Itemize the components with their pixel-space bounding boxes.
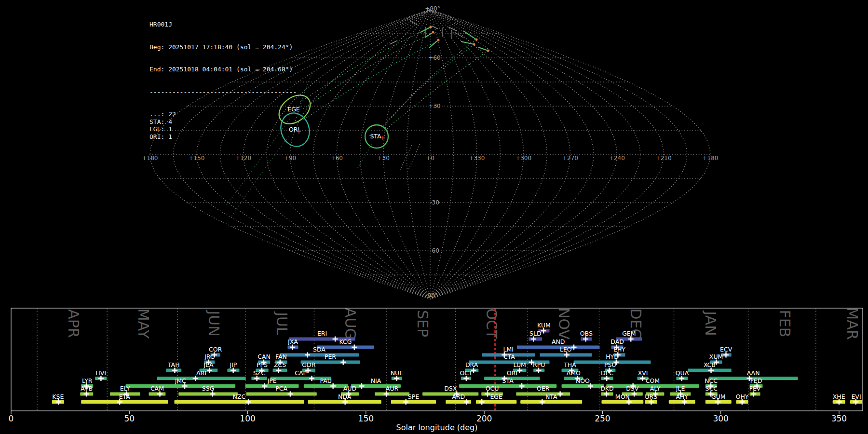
shower-label: LEO [560,346,572,353]
shower-peak-marker [463,376,469,381]
shower-peak-marker [193,376,198,381]
separator-line: --------------------------------------- [149,88,297,96]
shower-label: XCB [704,361,716,368]
shower-bar [562,384,604,388]
shower-count-list: ...: 22STA: 4EGE: 1ORI: 1 [149,110,297,140]
shower-label: NZC [233,393,246,400]
shower-label: PAU [320,377,331,384]
shower-label: AVB [81,385,93,392]
shower-label: OBS [580,330,593,337]
shower-peak-marker [604,392,609,397]
shower-label: GUM [711,393,726,400]
month-label: JUN [205,310,222,336]
shower-label: XHE [833,393,845,400]
ecliptic-segment [400,144,412,170]
shower-peak-marker [117,399,122,405]
shower-label: PCA [275,385,287,392]
pole-bottom-label: -90° [425,292,438,299]
shower-label: SLD [529,330,542,337]
shower-label: KUM [537,322,551,329]
meteor-endpoint [487,50,489,52]
shower-label: FAN [275,353,287,360]
shower-label: THA [563,361,576,368]
shower-peak-marker [333,337,338,342]
shower-peak-marker [679,376,684,381]
month-label: FEB [776,310,793,338]
shower-label: LUM [514,361,526,368]
longitude-label: +90 [284,155,296,162]
shower-peak-marker [56,399,61,405]
shower-label: DSV [626,385,639,392]
shower-label: JEA [203,361,214,368]
shower-label: EHY [613,346,625,353]
shower-label: ETA [119,393,131,400]
shower-label: CAN [258,353,271,360]
constellation-segment [455,32,463,38]
longitude-label: +30 [378,155,390,162]
shower-label: NDA [338,393,352,400]
shower-label: COM [646,377,660,384]
activity-timeline-chart: APRMAYJUNJULAUGSEPOCTNOVDECJANFEBMARKUME… [9,307,863,423]
x-tick-label: 350 [831,414,847,423]
shower-bar [81,400,168,404]
shower-label: DAD [610,338,624,345]
shower-label: ALY [650,385,661,392]
shower-peak-marker [541,328,546,334]
month-label: MAR [844,307,861,339]
shower-peak-marker [485,392,490,397]
shower-label: PER [325,353,336,360]
shower-bar [245,384,299,388]
shower-peak-marker [305,353,310,358]
meteor-segment [478,47,488,51]
meteor-trail [386,51,488,129]
shower-bar [280,353,359,357]
shower-label: DRA [465,361,478,368]
shower-bar [246,393,317,396]
shower-peak-marker [207,368,212,373]
shower-label: KCG [339,338,352,345]
meteor-trail [304,41,438,120]
meteor-endpoint [437,39,440,41]
shower-bar [375,393,409,396]
shower-label: JPE [267,377,277,384]
shower-peak-marker [836,399,841,405]
shower-peak-marker [182,383,188,389]
latitude-label: +60 [428,54,440,61]
pole-top-label: +90° [425,5,440,12]
shower-label: EGE [490,393,502,400]
x-tick-label: 300 [713,414,728,423]
shower-label: ARI [196,369,206,377]
shower-bar [157,377,245,380]
shower-peak-marker [246,399,251,405]
shower-peak-marker [157,392,163,397]
shower-label: XVI [638,369,648,377]
longitude-label: +330 [469,155,485,162]
shower-peak-marker [853,399,858,405]
shower-bar [174,400,304,404]
latitude-label: +30 [428,103,440,109]
meteor-endpoint [430,26,432,28]
shower-peak-marker [342,399,348,405]
shower-label: COR [209,346,222,353]
shower-label: STA [502,377,514,384]
shower-label: PPS [257,361,268,368]
shower-peak-marker [571,345,577,350]
latitude-label: -30 [430,199,439,206]
station-id: HR001J [149,21,297,28]
month-label: OCT [483,309,500,339]
shower-label: FEV [749,385,761,392]
meteor-endpoint [475,39,478,41]
shower-label: NOO [576,377,590,384]
shower-label: OCU [486,385,499,392]
longitude-label: +270 [562,155,578,162]
shower-peak-marker [540,399,545,405]
shower-label: NUE [391,369,403,377]
shower-peak-marker [340,360,346,365]
radiant-label: STA [370,133,381,140]
shower-label: ARD [452,393,465,400]
shower-label: NIA [371,377,381,384]
shower-label: CAP [295,369,307,377]
shower-label: JRC [204,353,215,360]
longitude-label: +60 [331,155,343,162]
shower-label: GEM [622,330,636,337]
